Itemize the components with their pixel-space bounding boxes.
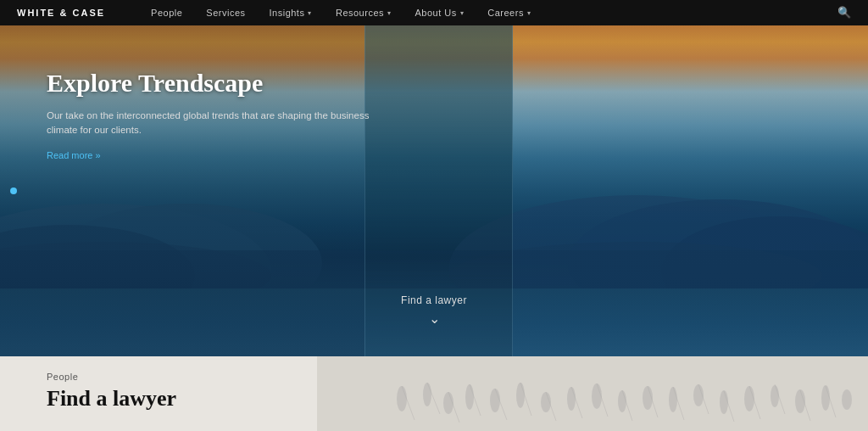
chevron-down-icon: ▾ [387,9,392,17]
hero-section: Explore Trendscape Our take on the inter… [0,25,868,356]
search-icon[interactable]: 🔍 [837,6,851,20]
bottom-text-block: People Find a lawyer [47,372,176,411]
nav-item-about[interactable]: About Us ▾ [403,0,476,25]
nav-item-insights[interactable]: Insights ▾ [258,0,324,25]
svg-point-28 [842,389,852,410]
svg-point-25 [771,385,779,407]
svg-point-21 [669,387,677,412]
svg-point-18 [592,383,602,409]
svg-point-11 [423,383,431,406]
slider-dot[interactable] [10,188,17,194]
hero-description: Our take on the interconnected global tr… [47,109,386,138]
nav-item-people[interactable]: People [139,0,194,25]
read-more-link[interactable]: Read more » [47,150,101,160]
svg-point-13 [465,384,474,410]
chevron-down-icon: ▾ [527,9,531,17]
nav-links: People Services Insights ▾ Resources ▾ A… [139,0,837,25]
site-logo[interactable]: WHITE & CASE [17,8,105,18]
svg-point-19 [618,390,626,412]
chevron-down-icon: ▾ [460,9,465,17]
people-background [317,356,868,431]
svg-point-23 [720,390,728,414]
svg-point-10 [397,386,407,411]
svg-point-15 [516,383,525,408]
find-lawyer-cta[interactable]: Find a lawyer ⌄ [401,294,467,327]
svg-point-27 [821,385,830,411]
find-lawyer-text: Find a lawyer [401,294,467,306]
bottom-label: People [47,372,176,382]
svg-point-14 [490,389,500,412]
svg-point-24 [744,386,754,411]
svg-point-17 [567,387,576,411]
bottom-title: Find a lawyer [47,387,176,411]
nav-item-careers[interactable]: Careers ▾ [476,0,542,25]
hero-title: Explore Trendscape [47,68,386,98]
chevron-down-icon: ▾ [308,9,312,17]
bottom-section: People Find a lawyer [0,356,868,431]
panel-right [513,25,868,356]
chevron-down-icon: ⌄ [401,311,467,327]
navigation: WHITE & CASE People Services Insights ▾ … [0,0,868,25]
nav-item-resources[interactable]: Resources ▾ [324,0,403,25]
hero-text-block: Explore Trendscape Our take on the inter… [47,68,386,162]
nav-item-services[interactable]: Services [194,0,257,25]
